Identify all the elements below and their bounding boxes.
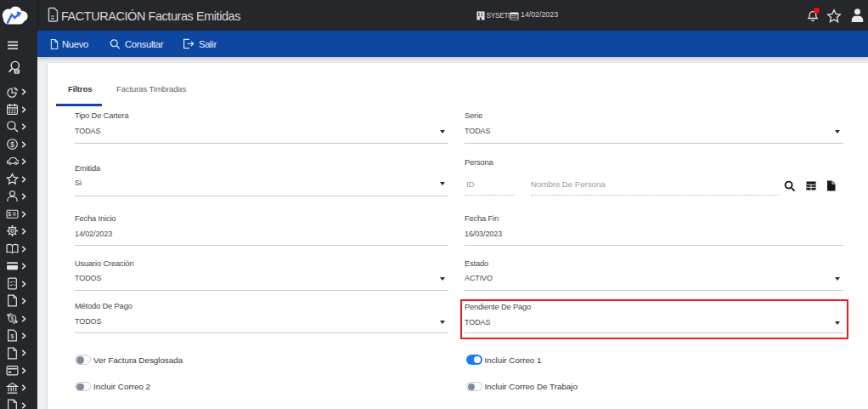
svg-text:$: $ xyxy=(10,140,14,149)
svg-text:$: $ xyxy=(11,333,14,339)
svg-text:$: $ xyxy=(11,315,14,321)
svg-text:$: $ xyxy=(8,211,11,217)
